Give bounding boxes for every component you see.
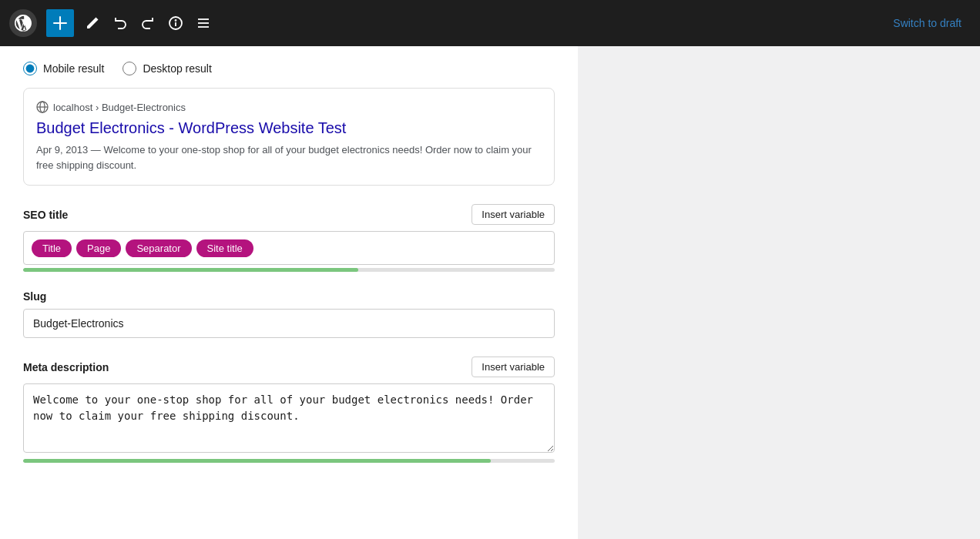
seo-title-header: SEO title Insert variable <box>23 204 555 225</box>
toolbar: Switch to draft <box>0 0 980 46</box>
search-preview-card: localhost › Budget-Electronics Budget El… <box>23 88 555 186</box>
slug-section: Slug <box>23 290 555 338</box>
edit-button[interactable] <box>80 11 105 35</box>
main-content: Mobile result Desktop result localhost ›… <box>0 46 980 539</box>
meta-description-insert-variable-button[interactable]: Insert variable <box>472 357 555 377</box>
editor-area: Mobile result Desktop result localhost ›… <box>0 46 578 539</box>
seo-title-progress-fill <box>23 268 358 272</box>
meta-description-label: Meta description <box>23 361 109 373</box>
meta-description-progress-bar <box>23 459 555 463</box>
meta-description-progress-fill <box>23 459 491 463</box>
desktop-result-radio[interactable] <box>123 62 136 75</box>
preview-title[interactable]: Budget Electronics - WordPress Website T… <box>36 118 542 138</box>
desktop-result-option[interactable]: Desktop result <box>123 62 211 75</box>
seo-title-label: SEO title <box>23 209 68 221</box>
info-button[interactable] <box>163 11 188 35</box>
wp-logo <box>9 9 37 37</box>
right-panel <box>578 46 980 539</box>
mobile-result-option[interactable]: Mobile result <box>23 62 104 75</box>
slug-header: Slug <box>23 290 555 303</box>
preview-date: Apr 9, 2013 <box>36 144 88 156</box>
tag-separator[interactable]: Separator <box>126 239 191 257</box>
preview-meta: Apr 9, 2013 — Welcome to your one-stop s… <box>36 142 542 172</box>
preview-description: Welcome to your one-stop shop for all of… <box>36 144 532 171</box>
add-button[interactable] <box>46 9 74 37</box>
slug-input[interactable] <box>23 309 555 338</box>
list-view-button[interactable] <box>191 11 216 35</box>
meta-description-header: Meta description Insert variable <box>23 357 555 377</box>
undo-button[interactable] <box>108 11 133 35</box>
tag-site-title[interactable]: Site title <box>196 239 253 257</box>
tag-page[interactable]: Page <box>76 239 121 257</box>
seo-title-insert-variable-button[interactable]: Insert variable <box>472 204 555 225</box>
tag-title[interactable]: Title <box>32 239 72 257</box>
seo-title-progress-bar <box>23 268 555 272</box>
preview-breadcrumb: localhost › Budget-Electronics <box>36 101 542 113</box>
switch-to-draft-button[interactable]: Switch to draft <box>884 11 971 35</box>
meta-description-textarea[interactable] <box>23 383 555 453</box>
redo-button[interactable] <box>136 11 160 35</box>
seo-title-section: SEO title Insert variable Title Page Sep… <box>23 204 555 272</box>
mobile-result-radio[interactable] <box>23 62 37 75</box>
slug-label: Slug <box>23 290 46 303</box>
desktop-result-label: Desktop result <box>143 62 211 75</box>
toolbar-actions <box>46 9 884 37</box>
meta-description-section: Meta description Insert variable <box>23 357 555 463</box>
globe-icon <box>36 101 49 113</box>
preview-breadcrumb-text: localhost › Budget-Electronics <box>53 102 186 113</box>
svg-point-2 <box>176 20 176 21</box>
result-type-selector: Mobile result Desktop result <box>23 62 555 75</box>
seo-title-field[interactable]: Title Page Separator Site title <box>23 231 555 265</box>
mobile-result-label: Mobile result <box>43 62 104 75</box>
